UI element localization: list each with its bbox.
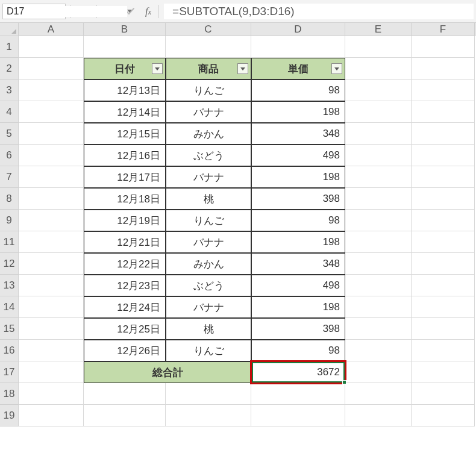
cell[interactable] — [345, 361, 412, 383]
col-header[interactable]: D — [251, 23, 345, 36]
total-value[interactable]: 3672 — [251, 361, 345, 383]
table-cell-price[interactable]: 348 — [251, 123, 345, 145]
table-cell-price[interactable]: 398 — [251, 188, 345, 210]
cell[interactable] — [19, 145, 84, 166]
row-header[interactable]: 9 — [0, 210, 19, 231]
cell[interactable] — [84, 383, 166, 405]
row-header[interactable]: 19 — [0, 405, 19, 426]
cell[interactable] — [412, 145, 475, 166]
cell[interactable] — [19, 36, 84, 58]
filter-dropdown-icon[interactable] — [152, 63, 163, 74]
cell[interactable] — [19, 405, 84, 426]
cell[interactable] — [19, 101, 84, 123]
table-cell-price[interactable]: 398 — [251, 318, 345, 340]
table-cell-date[interactable]: 12月23日 — [84, 275, 166, 296]
cell[interactable] — [345, 231, 412, 253]
cell[interactable] — [412, 80, 475, 101]
cell[interactable] — [166, 405, 251, 426]
table-cell-price[interactable]: 198 — [251, 101, 345, 123]
table-cell-item[interactable]: バナナ — [166, 101, 251, 123]
cell[interactable] — [345, 253, 412, 275]
row-header[interactable]: 13 — [0, 275, 19, 296]
table-cell-date[interactable]: 12月15日 — [84, 123, 166, 145]
cell[interactable] — [84, 405, 166, 426]
table-cell-date[interactable]: 12月25日 — [84, 318, 166, 340]
table-cell-price[interactable]: 198 — [251, 231, 345, 253]
row-header[interactable]: 6 — [0, 145, 19, 166]
cell[interactable] — [412, 383, 475, 405]
cell[interactable] — [345, 58, 412, 80]
cell[interactable] — [412, 318, 475, 340]
cell[interactable] — [19, 296, 84, 318]
table-cell-date[interactable]: 12月16日 — [84, 145, 166, 166]
cell[interactable] — [412, 275, 475, 296]
table-header-item[interactable]: 商品 — [166, 58, 251, 80]
cell[interactable] — [19, 253, 84, 275]
cell[interactable] — [345, 145, 412, 166]
cell[interactable] — [412, 123, 475, 145]
cell[interactable] — [345, 383, 412, 405]
cell[interactable] — [345, 275, 412, 296]
col-header[interactable]: A — [19, 23, 84, 36]
row-header[interactable]: 3 — [0, 80, 19, 101]
cell[interactable] — [412, 101, 475, 123]
cell[interactable] — [19, 123, 84, 145]
cell[interactable] — [251, 383, 345, 405]
cell[interactable] — [412, 253, 475, 275]
row-header[interactable]: 17 — [0, 361, 19, 383]
table-cell-item[interactable]: みかん — [166, 253, 251, 275]
cell[interactable] — [412, 296, 475, 318]
table-cell-date[interactable]: 12月18日 — [84, 188, 166, 210]
cell[interactable] — [19, 383, 84, 405]
formula-input[interactable] — [164, 4, 474, 19]
cell[interactable] — [412, 210, 475, 231]
name-box-wrap[interactable] — [2, 4, 66, 19]
cell[interactable] — [345, 318, 412, 340]
filter-dropdown-icon[interactable] — [237, 63, 248, 74]
table-cell-price[interactable]: 198 — [251, 296, 345, 318]
cell[interactable] — [251, 36, 345, 58]
col-header[interactable]: B — [84, 23, 166, 36]
table-cell-item[interactable]: バナナ — [166, 296, 251, 318]
cell[interactable] — [345, 101, 412, 123]
cell[interactable] — [19, 318, 84, 340]
cell[interactable] — [19, 188, 84, 210]
table-cell-price[interactable]: 348 — [251, 253, 345, 275]
table-cell-item[interactable]: ぶどう — [166, 145, 251, 166]
cell[interactable] — [412, 36, 475, 58]
row-header[interactable]: 14 — [0, 296, 19, 318]
table-cell-date[interactable]: 12月21日 — [84, 231, 166, 253]
cell[interactable] — [19, 166, 84, 188]
cell[interactable] — [19, 275, 84, 296]
cell[interactable] — [412, 188, 475, 210]
cell[interactable] — [345, 405, 412, 426]
cell[interactable] — [412, 340, 475, 361]
cell[interactable] — [19, 340, 84, 361]
cell[interactable] — [345, 123, 412, 145]
filter-dropdown-icon[interactable] — [331, 63, 342, 74]
cell[interactable] — [412, 361, 475, 383]
table-cell-date[interactable]: 12月13日 — [84, 80, 166, 101]
table-cell-price[interactable]: 98 — [251, 80, 345, 101]
row-header[interactable]: 18 — [0, 383, 19, 405]
table-cell-date[interactable]: 12月24日 — [84, 296, 166, 318]
row-header[interactable]: 12 — [0, 253, 19, 275]
table-cell-price[interactable]: 98 — [251, 340, 345, 361]
fx-icon[interactable]: fx — [143, 5, 154, 17]
table-cell-date[interactable]: 12月19日 — [84, 210, 166, 231]
cell[interactable] — [345, 166, 412, 188]
col-header[interactable]: F — [412, 23, 475, 36]
table-cell-item[interactable]: りんご — [166, 80, 251, 101]
table-cell-item[interactable]: バナナ — [166, 231, 251, 253]
table-cell-date[interactable]: 12月22日 — [84, 253, 166, 275]
cell[interactable] — [166, 36, 251, 58]
cell[interactable] — [412, 405, 475, 426]
table-cell-date[interactable]: 12月14日 — [84, 101, 166, 123]
table-cell-price[interactable]: 98 — [251, 210, 345, 231]
row-header[interactable]: 11 — [0, 231, 19, 253]
cell[interactable] — [345, 340, 412, 361]
table-cell-item[interactable]: バナナ — [166, 166, 251, 188]
table-cell-item[interactable]: 桃 — [166, 318, 251, 340]
cell[interactable] — [345, 36, 412, 58]
select-all-corner[interactable] — [0, 23, 19, 36]
